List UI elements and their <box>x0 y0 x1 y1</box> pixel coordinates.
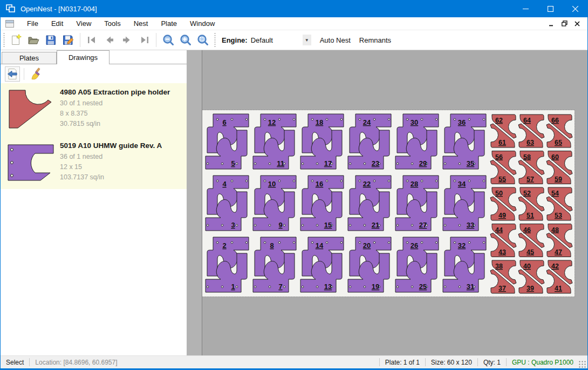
part-number-label: 34 <box>458 180 466 188</box>
title-bar: OpenNest - [N0317-004] <box>1 0 587 17</box>
part-number-label: 54 <box>551 190 559 197</box>
red-part-pair[interactable]: 5857 <box>518 151 544 184</box>
go-previous-button[interactable] <box>101 32 118 48</box>
purple-part-pair[interactable]: 21 <box>206 237 249 292</box>
menu-plate[interactable]: Plate <box>154 18 183 29</box>
tab-drawings[interactable]: Drawings <box>57 50 110 64</box>
part-number-label: 17 <box>324 159 332 167</box>
red-part-pair[interactable]: 5049 <box>490 187 516 220</box>
go-first-button[interactable] <box>84 32 101 48</box>
menu-file[interactable]: File <box>20 18 45 29</box>
plate[interactable]: 6512111817242330293635431091615222128273… <box>202 110 575 297</box>
purple-part-pair[interactable]: 87 <box>253 237 296 292</box>
red-part-pair[interactable]: 4847 <box>546 224 572 257</box>
zoom-out-button[interactable] <box>160 32 177 48</box>
purple-part-pair[interactable]: 2827 <box>395 176 439 231</box>
menu-nest[interactable]: Nest <box>127 18 155 29</box>
red-part-pair[interactable]: 6059 <box>546 151 572 184</box>
zoom-in-icon <box>179 33 192 46</box>
menu-window[interactable]: Window <box>183 18 221 29</box>
go-next-button[interactable] <box>118 32 135 48</box>
part-number-label: 62 <box>495 117 503 124</box>
part-number-label: 20 <box>363 241 371 250</box>
menu-tools[interactable]: Tools <box>98 18 127 29</box>
purple-part-pair[interactable]: 1211 <box>253 114 296 169</box>
zoom-fit-button[interactable] <box>194 32 211 48</box>
new-button[interactable] <box>8 32 25 48</box>
part-number-label: 43 <box>498 248 506 256</box>
remnants-button[interactable]: Remnants <box>355 33 395 47</box>
red-part-pair[interactable]: 4443 <box>490 224 516 257</box>
part-number-label: 44 <box>495 226 503 234</box>
red-part-pair[interactable]: 4039 <box>518 260 544 293</box>
mdi-close-button[interactable] <box>571 18 583 29</box>
purple-part-pair[interactable]: 43 <box>206 176 249 231</box>
red-part-pair[interactable]: 3837 <box>490 260 516 293</box>
broom-button[interactable] <box>28 66 43 82</box>
red-part-pair[interactable]: 5453 <box>546 187 572 220</box>
close-button[interactable] <box>563 0 587 17</box>
purple-part-pair[interactable]: 3029 <box>395 114 439 169</box>
red-part-pair[interactable]: 6665 <box>546 115 572 147</box>
purple-part-pair[interactable]: 2625 <box>395 237 439 292</box>
menu-edit[interactable]: Edit <box>45 18 70 29</box>
purple-part-pair[interactable]: 65 <box>206 114 249 169</box>
red-part-pair[interactable]: 5655 <box>490 151 516 184</box>
back-arrow-icon <box>6 68 19 80</box>
purple-part-pair[interactable]: 1817 <box>300 114 344 169</box>
purple-part-pair[interactable]: 3635 <box>443 114 486 169</box>
purple-part-pair[interactable]: 2423 <box>348 114 391 169</box>
mdi-document-icon[interactable] <box>5 20 14 28</box>
go-last-icon <box>138 33 151 46</box>
zoom-in-button[interactable] <box>177 32 194 48</box>
toolbar-gripper[interactable] <box>3 33 5 47</box>
status-plate: Plate: 1 of 1 <box>380 359 425 366</box>
red-part-pair[interactable]: 4241 <box>546 260 572 293</box>
purple-part-pair[interactable]: 109 <box>253 176 296 231</box>
purple-part-pair[interactable]: 1615 <box>300 176 344 231</box>
purple-part-pair[interactable]: 2221 <box>348 176 391 231</box>
tab-plates[interactable]: Plates <box>2 52 57 64</box>
mdi-minimize-button[interactable] <box>545 18 557 29</box>
maximize-icon <box>548 6 553 12</box>
panel-splitter[interactable] <box>187 50 202 355</box>
mdi-restore-button[interactable] <box>558 18 570 29</box>
drawing-thumbnail-red <box>5 87 54 132</box>
purple-part-pair[interactable]: 3231 <box>443 237 486 292</box>
red-part-pair[interactable]: 6463 <box>518 115 544 147</box>
part-number-label: 19 <box>372 282 379 291</box>
drawing-thumbnail-purple <box>5 140 56 185</box>
red-part-pair[interactable]: 5251 <box>518 187 544 220</box>
go-last-button[interactable] <box>135 32 153 48</box>
menu-view[interactable]: View <box>70 18 98 29</box>
resize-grip[interactable] <box>579 361 586 368</box>
purple-part-pair[interactable]: 1413 <box>300 237 344 292</box>
go-first-icon <box>86 33 99 46</box>
red-part-pair[interactable]: 6261 <box>490 115 516 147</box>
drawing-item[interactable]: 4980 A05 Extraction pipe holder30 of 1 n… <box>1 83 187 137</box>
open-button[interactable] <box>25 32 42 48</box>
back-arrow-button[interactable] <box>5 66 20 82</box>
part-number-label: 28 <box>411 180 418 188</box>
auto-nest-button[interactable]: Auto Nest <box>316 33 355 47</box>
save-button[interactable] <box>42 32 59 48</box>
drawing-area: 30.7815 sq/in <box>60 119 170 129</box>
engine-combobox[interactable]: Default ▼ <box>251 33 316 46</box>
maximize-button[interactable] <box>538 0 563 17</box>
panel-toolbar <box>1 64 187 83</box>
toolbar-gripper-2[interactable] <box>214 33 216 47</box>
purple-part-pair[interactable]: 3433 <box>443 176 486 231</box>
minimize-button[interactable] <box>513 0 538 17</box>
nest-canvas[interactable]: 6512111817242330293635431091615222128273… <box>202 50 587 355</box>
purple-part-pair[interactable]: 2019 <box>348 237 391 292</box>
zoom-fit-icon <box>196 33 209 46</box>
red-part-pair[interactable]: 4645 <box>518 224 544 257</box>
status-bar: Select Location: [84.8696, 60.6957] Plat… <box>1 355 587 368</box>
close-icon <box>572 6 578 12</box>
part-number-label: 29 <box>419 159 427 167</box>
save-as-button[interactable] <box>59 32 77 48</box>
chevron-down-icon[interactable]: ▼ <box>303 35 311 45</box>
drawing-item[interactable]: 5019 A10 UHMW guide Rev. A36 of 1 nested… <box>1 137 187 189</box>
part-number-label: 14 <box>316 241 324 250</box>
menu-bar: FileEditViewToolsNestPlateWindow <box>1 17 587 30</box>
